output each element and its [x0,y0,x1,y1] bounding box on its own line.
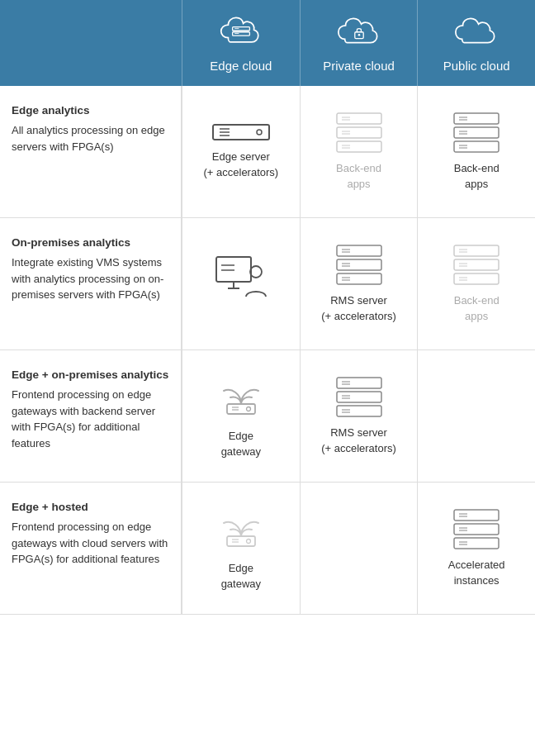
row-title-edge-onprem: Edge + on-premises analytics [12,367,169,383]
cell-op-edge [182,218,300,349]
cell-eh-public: Acceleratedinstances [417,483,535,614]
cell-label-eo-edge: Edgegateway [221,429,261,459]
svg-rect-1 [232,32,249,36]
cell-label-op-private: RMS server(+ accelerators) [321,293,396,323]
cell-ea-edge: Edge server(+ accelerators) [182,86,300,217]
cell-eh-edge: Edgegateway [182,483,300,614]
monitor-person-icon [215,255,268,305]
svg-point-5 [357,34,360,36]
edge-cloud-label: Edge cloud [210,59,272,73]
svg-rect-50 [454,273,499,284]
public-cloud-label: Public cloud [443,59,510,73]
row-edge-hosted: Edge + hosted Frontend processing on edg… [0,483,535,615]
svg-rect-47 [454,259,499,270]
row-body-on-premises: Integrate existing VMS systems with anal… [12,256,163,301]
row-body-edge-hosted: Frontend processing on edge gateways wit… [12,521,168,565]
cell-label-eo-private: RMS server(+ accelerators) [321,426,396,455]
cell-label-ea-edge: Edge server(+ accelerators) [204,150,279,179]
edge-gateway-icon-2 [217,505,265,553]
cell-ea-public: Back-endapps [417,86,535,217]
svg-rect-73 [454,524,499,535]
svg-rect-41 [337,273,381,284]
svg-rect-29 [216,257,251,282]
header-private-cloud: Private cloud [300,0,418,86]
cell-ea-private: Back-endapps [300,86,418,217]
header-edge-cloud: Edge cloud [182,0,300,86]
svg-rect-63 [337,406,381,416]
svg-point-69 [246,540,250,544]
row-body-edge-onprem: Frontend processing on edge gateways wit… [12,388,155,449]
server-stack-muted-2 [452,244,500,285]
row-edge-onprem: Edge + on-premises analytics Frontend pr… [0,350,535,483]
accelerated-instances-icon [452,508,500,549]
header-empty-cell [0,0,182,86]
cell-label-eh-edge: Edgegateway [221,561,261,591]
cell-eo-private: RMS server(+ accelerators) [300,350,418,482]
svg-rect-14 [337,127,381,138]
cell-op-private: RMS server(+ accelerators) [300,218,418,349]
public-cloud-icon [455,13,498,50]
svg-rect-23 [454,127,499,138]
row-edge-analytics: Edge analytics All analytics processing … [0,86,535,218]
header-row: Edge cloud Private cloud Public cloud [0,0,535,86]
rms-server-icon-1 [335,244,383,285]
cell-eo-edge: Edgegateway [182,350,300,482]
row-title-edge-analytics: Edge analytics [12,102,169,119]
svg-rect-20 [454,113,499,124]
svg-point-56 [246,407,250,411]
svg-rect-11 [337,113,381,124]
private-cloud-icon [338,13,381,50]
svg-rect-57 [337,378,381,388]
svg-point-10 [257,130,262,135]
server-stack-muted-1 [335,112,383,153]
edge-cloud-icon [220,13,263,50]
svg-rect-60 [337,392,381,402]
edge-server-icon [211,123,271,141]
svg-rect-38 [337,259,381,270]
cell-eo-public [417,350,535,482]
row-body-edge-analytics: All analytics processing on edge servers… [12,124,165,153]
cell-op-public: Back-endapps [417,218,535,349]
svg-rect-17 [337,141,381,152]
cell-label-eh-public: Acceleratedinstances [448,558,505,587]
header-public-cloud: Public cloud [417,0,535,86]
row-title-edge-hosted: Edge + hosted [12,499,169,516]
row-label-edge-hosted: Edge + hosted Frontend processing on edg… [0,483,182,614]
row-label-on-premises: On-premises analytics Integrate existing… [0,218,182,349]
cell-eh-private [300,483,418,614]
private-cloud-label: Private cloud [323,59,395,73]
edge-gateway-icon-1 [217,373,265,421]
row-on-premises: On-premises analytics Integrate existing… [0,218,535,350]
cell-label-ea-public: Back-endapps [454,161,499,191]
row-label-edge-analytics: Edge analytics All analytics processing … [0,86,182,217]
row-label-edge-onprem: Edge + on-premises analytics Frontend pr… [0,350,182,482]
cell-label-op-public: Back-endapps [454,293,499,323]
svg-rect-35 [337,245,381,256]
cell-label-ea-private: Back-endapps [336,161,381,191]
svg-rect-76 [454,538,499,549]
svg-point-34 [250,266,262,278]
server-stack-dark-1 [452,112,500,153]
svg-rect-44 [454,245,499,256]
rms-server-icon-2 [335,376,383,417]
svg-rect-70 [454,510,499,521]
row-title-on-premises: On-premises analytics [12,235,169,251]
svg-rect-26 [454,141,499,152]
